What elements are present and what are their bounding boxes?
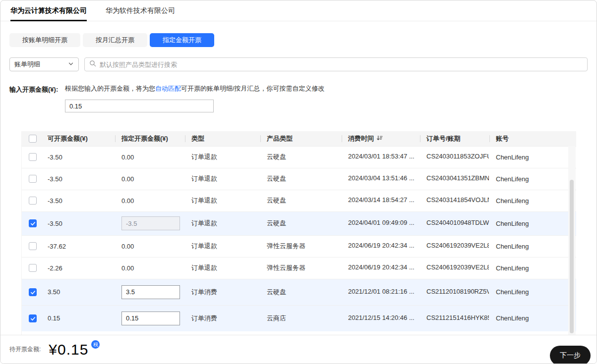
description-text-before: 根据您输入的开票金额，将为您: [65, 85, 155, 92]
order-no: CS2406192039VE2L8-0: [426, 263, 489, 271]
table-row: -3.500.00订单退款云硬盘2024/03/01 18:53:47 ...C…: [22, 146, 576, 168]
pending-invoice-amount-value: ¥0.15: [49, 341, 88, 358]
table-row: -2.260.00订单退款弹性云服务器2024/06/19 20:42:34 .…: [22, 257, 576, 279]
chevron-down-icon: [68, 61, 74, 68]
bill-type-dropdown[interactable]: 账单明细: [9, 57, 79, 71]
product-type: 云硬盘: [267, 175, 286, 182]
consume-time: 2024/03/01 18:53:47 ...: [348, 153, 415, 160]
invoice-mode-buttons: 按账单明细开票 按月汇总开票 指定金额开票: [9, 33, 597, 47]
account-name: ChenLifeng: [496, 197, 529, 205]
specified-amount-input[interactable]: [121, 312, 180, 325]
col-type: 类型: [185, 131, 260, 146]
invoiceable-amount: -3.50: [48, 154, 62, 161]
order-type: 订单退款: [191, 175, 217, 182]
invoice-amount-input[interactable]: [65, 100, 214, 112]
mode-by-month-summary-button[interactable]: 按月汇总开票: [83, 33, 147, 47]
table-row: 3.50订单消费云硬盘2021/12/01 08:21:16 ...CS2112…: [22, 279, 576, 305]
filter-row: 账单明细: [9, 57, 588, 71]
specified-amount-input[interactable]: [121, 285, 180, 299]
description-text-after: 可开票的账单明细/按月汇总，你可按需自定义修改: [181, 85, 325, 92]
order-type: 订单消费: [191, 314, 217, 322]
col-invoiceable-amount: 可开票金额(¥): [44, 131, 115, 146]
order-type: 订单退款: [191, 264, 217, 271]
order-type: 订单消费: [191, 288, 217, 296]
search-icon: [89, 60, 96, 69]
product-type: 弹性云服务器: [267, 242, 305, 250]
invoiceable-amount: -3.50: [48, 220, 62, 227]
bill-type-dropdown-value: 账单明细: [14, 60, 68, 69]
col-account: 账号: [489, 131, 576, 146]
row-checkbox[interactable]: [29, 314, 37, 322]
invoiceable-amount: 0.15: [48, 314, 60, 322]
table-scrollbar-thumb[interactable]: [570, 180, 574, 333]
search-input[interactable]: [100, 61, 583, 68]
mode-by-specified-amount-button[interactable]: 指定金额开票: [150, 33, 214, 47]
consume-time: 2024/03/04 13:51:46 ...: [348, 174, 415, 182]
account-name: ChenLifeng: [496, 154, 529, 161]
table-header-row: 可开票金额(¥) 指定开票金额(¥) 类型 产品类型 消费时间 订单号/账期 账…: [22, 131, 576, 146]
col-order-no: 订单号/账期: [420, 131, 489, 146]
order-type: 订单退款: [191, 197, 217, 204]
footer-bar: 待开票金额: ¥0.15 税 下一步: [0, 335, 597, 364]
amount-entry-section: 输入开票金额(¥): 根据您输入的开票金额，将为您自动匹配可开票的账单明细/按月…: [9, 84, 597, 112]
row-checkbox[interactable]: [29, 242, 37, 250]
col-consume-time[interactable]: 消费时间: [342, 131, 420, 146]
invoiceable-amount: -3.50: [48, 197, 62, 205]
order-type: 订单退款: [191, 242, 217, 250]
table-row: 0.15订单消费云商店2021/12/15 14:20:46 ...CS2112…: [22, 305, 576, 331]
row-checkbox[interactable]: [29, 288, 37, 296]
specified-amount: 0.00: [121, 154, 134, 161]
order-no: CS2404010948TDLW3-0: [426, 219, 489, 226]
bill-detail-table: 可开票金额(¥) 指定开票金额(¥) 类型 产品类型 消费时间 订单号/账期 账…: [21, 131, 576, 336]
specified-amount: 0.00: [121, 197, 134, 205]
product-type: 云硬盘: [267, 219, 286, 227]
tab-company-huawei-cloud[interactable]: 华为云计算技术有限公司: [10, 6, 87, 21]
table-scrollbar-track: [568, 146, 575, 336]
row-checkbox[interactable]: [29, 264, 37, 272]
tax-badge-icon[interactable]: 税: [91, 340, 100, 349]
invoiceable-amount: -3.50: [48, 175, 62, 183]
select-all-checkbox[interactable]: [29, 135, 37, 143]
specified-amount: 0.00: [121, 243, 134, 250]
product-type: 云硬盘: [267, 288, 286, 296]
table-row: -3.500.00订单退款云硬盘2024/03/04 13:51:46 ...C…: [22, 168, 576, 190]
mode-by-bill-detail-button[interactable]: 按账单明细开票: [9, 33, 80, 47]
account-name: ChenLifeng: [496, 175, 529, 183]
invoiceable-amount: -2.26: [48, 264, 62, 272]
order-no: CS21120108190RZ5V: [426, 288, 489, 295]
next-step-button[interactable]: 下一步: [550, 346, 591, 364]
row-checkbox[interactable]: [29, 175, 37, 183]
invoiceable-amount: 3.50: [48, 288, 60, 296]
order-no: CS2403041351ZBMN1-0: [426, 174, 489, 182]
consume-time: 2024/06/19 20:42:34 ...: [348, 263, 415, 271]
order-type: 订单退款: [191, 219, 217, 227]
consume-time: 2021/12/01 08:21:16 ...: [348, 288, 415, 295]
account-name: ChenLifeng: [496, 288, 529, 296]
tab-company-huawei-software[interactable]: 华为软件技术有限公司: [106, 6, 175, 21]
search-box: [84, 57, 588, 71]
col-product-type: 产品类型: [260, 131, 342, 146]
consume-time: 2024/04/01 09:49:09 ...: [348, 219, 415, 226]
account-name: ChenLifeng: [496, 220, 529, 227]
product-type: 云硬盘: [267, 153, 286, 160]
invoiceable-amount: -37.62: [48, 243, 66, 250]
consume-time: 2021/12/15 14:20:46 ...: [348, 314, 415, 321]
order-no: CS2403011853ZOJFU-0: [426, 153, 489, 160]
amount-entry-description: 根据您输入的开票金额，将为您自动匹配可开票的账单明细/按月汇总，你可按需自定义修…: [65, 84, 325, 93]
row-checkbox[interactable]: [29, 197, 37, 205]
table-row: -3.50订单退款云硬盘2024/04/01 09:49:09 ...CS240…: [22, 211, 576, 235]
order-no: CS2406192039VE2L8-0: [426, 242, 489, 249]
product-type: 弹性云服务器: [267, 264, 305, 271]
account-name: ChenLifeng: [496, 243, 529, 250]
col-consume-time-label: 消费时间: [348, 134, 374, 143]
row-checkbox[interactable]: [29, 219, 37, 227]
specified-amount: 0.00: [121, 175, 134, 183]
row-checkbox[interactable]: [29, 153, 37, 161]
company-tabbar: 华为云计算技术有限公司 华为软件技术有限公司: [0, 0, 597, 21]
order-no: CS2112151416HYK85: [426, 314, 489, 321]
account-name: ChenLifeng: [496, 314, 529, 322]
auto-match-link[interactable]: 自动匹配: [155, 85, 181, 92]
sort-descending-icon[interactable]: [376, 135, 383, 143]
specified-amount: 0.00: [121, 264, 134, 272]
specified-amount-input: [121, 216, 180, 230]
